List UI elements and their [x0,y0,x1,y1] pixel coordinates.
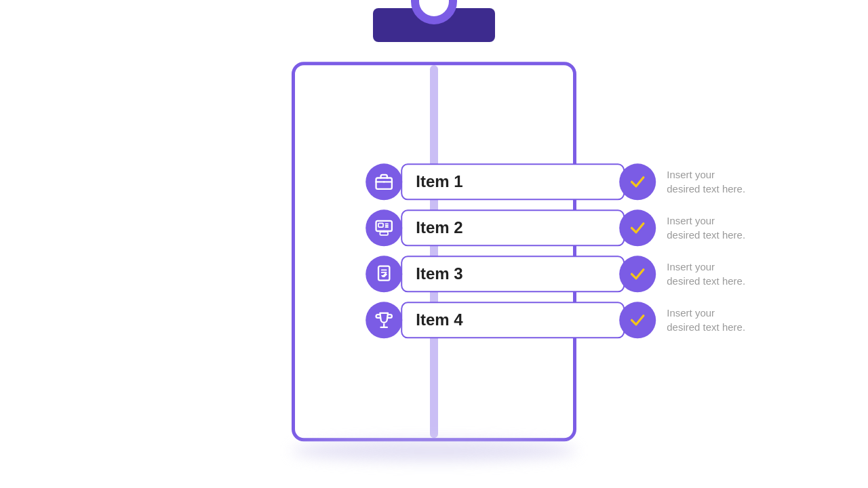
svg-rect-0 [376,178,392,188]
clipboard-shadow [292,441,576,461]
item-row-3: Item 3 Insert your desired text here. [366,256,745,292]
item-row-1: Item 1 Insert your desired text here. [366,163,745,200]
item-4-label: Item 4 [416,310,462,329]
item-1-label: Item 1 [416,172,462,191]
scene: Item 1 Insert your desired text here. [197,20,671,468]
item-4-icon [366,302,402,338]
item-3-label: Item 3 [416,264,462,283]
checkmark-4-icon [629,311,646,329]
item-3-description: Insert your desired text here. [667,260,745,288]
item-row-4: Item 4 Insert your desired text here. [366,302,745,338]
trophy-icon [374,310,393,329]
items-container: Item 1 Insert your desired text here. [366,163,745,338]
checkmark-2-icon [629,219,646,237]
briefcase-icon [374,172,393,191]
checkmark-1-icon [629,173,646,190]
item-4-check [619,302,656,338]
item-1-check [619,163,656,200]
document-edit-icon [374,264,393,283]
item-1-label-box[interactable]: Item 1 [401,163,625,200]
item-3-label-box[interactable]: Item 3 [401,256,625,292]
item-2-icon [366,209,402,246]
item-row-2: Item 2 Insert your desired text here. [366,209,745,246]
item-3-icon [366,256,402,292]
item-2-label: Item 2 [416,218,462,237]
item-4-label-box[interactable]: Item 4 [401,302,625,338]
item-3-check [619,256,656,292]
checkmark-3-icon [629,265,646,283]
item-4-description: Insert your desired text here. [667,306,745,334]
item-1-description: Insert your desired text here. [667,167,745,196]
item-2-label-box[interactable]: Item 2 [401,209,625,246]
svg-rect-9 [378,266,389,281]
item-1-icon [366,163,402,200]
svg-rect-5 [378,223,383,227]
item-2-check [619,209,656,246]
item-2-description: Insert your desired text here. [667,214,745,242]
monitor-icon [374,218,393,237]
